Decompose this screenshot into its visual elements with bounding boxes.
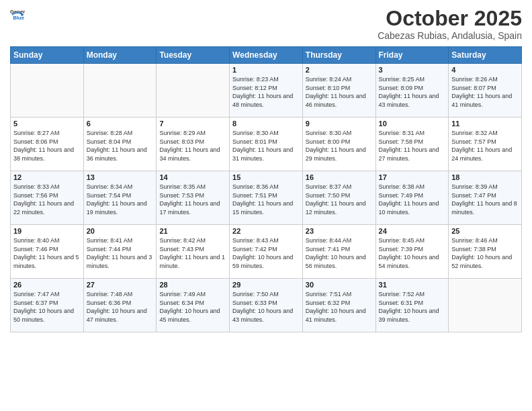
logo-icon: General Blue bbox=[10, 7, 25, 21]
day-info: Sunrise: 8:42 AM Sunset: 7:43 PM Dayligh… bbox=[159, 236, 226, 270]
day-number: 6 bbox=[87, 120, 154, 128]
calendar-cell: 28 Sunrise: 7:49 AM Sunset: 6:34 PM Dayl… bbox=[157, 279, 230, 332]
day-number: 24 bbox=[379, 227, 446, 235]
day-number: 18 bbox=[451, 173, 519, 181]
page: General Blue October 2025 Cabezas Rubias… bbox=[0, 0, 532, 411]
day-number: 17 bbox=[379, 173, 446, 181]
day-info: Sunrise: 8:32 AM Sunset: 7:57 PM Dayligh… bbox=[451, 129, 519, 163]
calendar-cell: 19 Sunrise: 8:40 AM Sunset: 7:46 PM Dayl… bbox=[11, 225, 84, 279]
header-friday: Friday bbox=[375, 47, 449, 64]
day-info: Sunrise: 7:50 AM Sunset: 6:33 PM Dayligh… bbox=[232, 290, 300, 324]
day-info: Sunrise: 8:36 AM Sunset: 7:51 PM Dayligh… bbox=[232, 183, 300, 216]
calendar-cell bbox=[449, 279, 522, 332]
day-number: 9 bbox=[306, 120, 373, 128]
title-block: October 2025 Cabezas Rubias, Andalusia, … bbox=[378, 7, 522, 41]
header-thursday: Thursday bbox=[302, 47, 375, 64]
calendar-week-2: 5 Sunrise: 8:27 AM Sunset: 8:06 PM Dayli… bbox=[11, 118, 522, 171]
calendar-cell: 13 Sunrise: 8:34 AM Sunset: 7:54 PM Dayl… bbox=[83, 171, 157, 225]
calendar-cell: 31 Sunrise: 7:52 AM Sunset: 6:31 PM Dayl… bbox=[375, 279, 449, 332]
location: Cabezas Rubias, Andalusia, Spain bbox=[378, 30, 522, 41]
calendar-cell: 12 Sunrise: 8:33 AM Sunset: 7:56 PM Dayl… bbox=[11, 171, 84, 225]
day-headers-row: Sunday Monday Tuesday Wednesday Thursday… bbox=[11, 47, 522, 64]
day-number: 23 bbox=[306, 227, 373, 235]
day-info: Sunrise: 8:34 AM Sunset: 7:54 PM Dayligh… bbox=[87, 183, 154, 216]
day-number: 1 bbox=[232, 66, 300, 74]
calendar-cell: 17 Sunrise: 8:38 AM Sunset: 7:49 PM Dayl… bbox=[375, 171, 449, 225]
calendar-cell bbox=[11, 64, 84, 118]
day-info: Sunrise: 7:52 AM Sunset: 6:31 PM Dayligh… bbox=[379, 290, 446, 324]
day-number: 10 bbox=[379, 120, 446, 128]
day-number: 30 bbox=[306, 281, 373, 289]
header-wednesday: Wednesday bbox=[230, 47, 303, 64]
day-info: Sunrise: 8:40 AM Sunset: 7:46 PM Dayligh… bbox=[13, 236, 81, 270]
calendar-cell bbox=[157, 64, 230, 118]
day-number: 29 bbox=[232, 281, 300, 289]
calendar-cell: 14 Sunrise: 8:35 AM Sunset: 7:53 PM Dayl… bbox=[157, 171, 230, 225]
svg-text:Blue: Blue bbox=[13, 15, 24, 21]
day-info: Sunrise: 8:44 AM Sunset: 7:41 PM Dayligh… bbox=[306, 236, 373, 270]
day-info: Sunrise: 8:37 AM Sunset: 7:50 PM Dayligh… bbox=[306, 183, 373, 216]
day-number: 16 bbox=[306, 173, 373, 181]
day-info: Sunrise: 8:39 AM Sunset: 7:47 PM Dayligh… bbox=[451, 183, 519, 216]
calendar-week-3: 12 Sunrise: 8:33 AM Sunset: 7:56 PM Dayl… bbox=[11, 171, 522, 225]
svg-text:General: General bbox=[10, 9, 25, 15]
calendar-cell: 24 Sunrise: 8:45 AM Sunset: 7:39 PM Dayl… bbox=[375, 225, 449, 279]
day-number: 11 bbox=[451, 120, 519, 128]
calendar-cell: 7 Sunrise: 8:29 AM Sunset: 8:03 PM Dayli… bbox=[157, 118, 230, 171]
day-number: 21 bbox=[159, 227, 226, 235]
day-number: 27 bbox=[87, 281, 154, 289]
header: General Blue October 2025 Cabezas Rubias… bbox=[10, 7, 522, 41]
day-number: 12 bbox=[13, 173, 81, 181]
day-info: Sunrise: 8:35 AM Sunset: 7:53 PM Dayligh… bbox=[159, 183, 226, 216]
calendar-cell: 27 Sunrise: 7:48 AM Sunset: 6:36 PM Dayl… bbox=[83, 279, 157, 332]
day-info: Sunrise: 8:30 AM Sunset: 8:00 PM Dayligh… bbox=[306, 129, 373, 163]
calendar-table: Sunday Monday Tuesday Wednesday Thursday… bbox=[10, 46, 522, 332]
calendar-week-5: 26 Sunrise: 7:47 AM Sunset: 6:37 PM Dayl… bbox=[11, 279, 522, 332]
day-info: Sunrise: 8:29 AM Sunset: 8:03 PM Dayligh… bbox=[159, 129, 226, 163]
calendar-cell: 11 Sunrise: 8:32 AM Sunset: 7:57 PM Dayl… bbox=[449, 118, 522, 171]
day-info: Sunrise: 8:46 AM Sunset: 7:38 PM Dayligh… bbox=[451, 236, 519, 270]
day-number: 20 bbox=[87, 227, 154, 235]
day-number: 25 bbox=[451, 227, 519, 235]
day-info: Sunrise: 7:47 AM Sunset: 6:37 PM Dayligh… bbox=[13, 290, 81, 324]
day-info: Sunrise: 8:38 AM Sunset: 7:49 PM Dayligh… bbox=[379, 183, 446, 216]
header-monday: Monday bbox=[83, 47, 157, 64]
calendar-cell: 20 Sunrise: 8:41 AM Sunset: 7:44 PM Dayl… bbox=[83, 225, 157, 279]
day-info: Sunrise: 8:26 AM Sunset: 8:07 PM Dayligh… bbox=[451, 75, 519, 109]
calendar-cell: 23 Sunrise: 8:44 AM Sunset: 7:41 PM Dayl… bbox=[302, 225, 375, 279]
day-number: 3 bbox=[379, 66, 446, 74]
day-info: Sunrise: 8:33 AM Sunset: 7:56 PM Dayligh… bbox=[13, 183, 81, 216]
month-title: October 2025 bbox=[378, 7, 522, 30]
day-info: Sunrise: 7:49 AM Sunset: 6:34 PM Dayligh… bbox=[159, 290, 226, 324]
day-info: Sunrise: 8:28 AM Sunset: 8:04 PM Dayligh… bbox=[87, 129, 154, 163]
day-number: 15 bbox=[232, 173, 300, 181]
header-sunday: Sunday bbox=[11, 47, 84, 64]
day-number: 4 bbox=[451, 66, 519, 74]
calendar-cell: 21 Sunrise: 8:42 AM Sunset: 7:43 PM Dayl… bbox=[157, 225, 230, 279]
day-info: Sunrise: 7:51 AM Sunset: 6:32 PM Dayligh… bbox=[306, 290, 373, 324]
day-info: Sunrise: 8:25 AM Sunset: 8:09 PM Dayligh… bbox=[379, 75, 446, 109]
day-number: 7 bbox=[159, 120, 226, 128]
calendar-cell: 8 Sunrise: 8:30 AM Sunset: 8:01 PM Dayli… bbox=[230, 118, 303, 171]
calendar-cell: 9 Sunrise: 8:30 AM Sunset: 8:00 PM Dayli… bbox=[302, 118, 375, 171]
day-info: Sunrise: 8:30 AM Sunset: 8:01 PM Dayligh… bbox=[232, 129, 300, 163]
calendar-cell: 18 Sunrise: 8:39 AM Sunset: 7:47 PM Dayl… bbox=[449, 171, 522, 225]
day-number: 2 bbox=[306, 66, 373, 74]
day-info: Sunrise: 8:43 AM Sunset: 7:42 PM Dayligh… bbox=[232, 236, 300, 270]
header-saturday: Saturday bbox=[449, 47, 522, 64]
calendar-cell: 16 Sunrise: 8:37 AM Sunset: 7:50 PM Dayl… bbox=[302, 171, 375, 225]
calendar-cell: 26 Sunrise: 7:47 AM Sunset: 6:37 PM Dayl… bbox=[11, 279, 84, 332]
calendar-week-1: 1 Sunrise: 8:23 AM Sunset: 8:12 PM Dayli… bbox=[11, 64, 522, 118]
day-number: 28 bbox=[159, 281, 226, 289]
calendar-cell: 25 Sunrise: 8:46 AM Sunset: 7:38 PM Dayl… bbox=[449, 225, 522, 279]
day-info: Sunrise: 8:27 AM Sunset: 8:06 PM Dayligh… bbox=[13, 129, 81, 163]
logo: General Blue bbox=[10, 7, 25, 21]
day-number: 19 bbox=[13, 227, 81, 235]
calendar-cell: 15 Sunrise: 8:36 AM Sunset: 7:51 PM Dayl… bbox=[230, 171, 303, 225]
calendar-cell: 29 Sunrise: 7:50 AM Sunset: 6:33 PM Dayl… bbox=[230, 279, 303, 332]
day-info: Sunrise: 8:41 AM Sunset: 7:44 PM Dayligh… bbox=[87, 236, 154, 270]
day-number: 31 bbox=[379, 281, 446, 289]
header-tuesday: Tuesday bbox=[157, 47, 230, 64]
day-number: 22 bbox=[232, 227, 300, 235]
calendar-cell: 22 Sunrise: 8:43 AM Sunset: 7:42 PM Dayl… bbox=[230, 225, 303, 279]
